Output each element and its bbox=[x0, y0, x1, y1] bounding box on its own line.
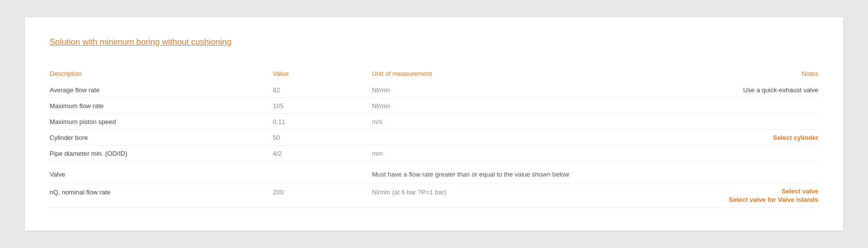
cell-value-5: 4/2 bbox=[273, 149, 372, 158]
cell-value-nq: 200 bbox=[273, 187, 372, 203]
table-header: Description Value Unit of measurement No… bbox=[50, 67, 818, 80]
header-unit: Unit of measurement bbox=[372, 70, 680, 77]
nq-links: Select valve Select valve for Valve isla… bbox=[680, 187, 818, 203]
cell-description-4: Cylinder bore bbox=[50, 133, 273, 142]
valve-row: Valve Must have a flow rate greater than… bbox=[50, 166, 818, 184]
header-value: Value bbox=[273, 70, 372, 77]
cell-value-valve bbox=[273, 170, 372, 179]
cell-value-2: 105 bbox=[273, 101, 372, 111]
nq-row: nQ, nominal flow rate 200 Nl/min (at 6 b… bbox=[50, 184, 818, 208]
cell-value-1: 82 bbox=[273, 85, 372, 95]
cell-value-3: 0,11 bbox=[273, 117, 372, 126]
select-valve-islands-link[interactable]: Select valve for Valve islands bbox=[729, 196, 818, 203]
table-row: Maximum piston speed 0,11 m/s bbox=[50, 114, 818, 130]
cell-note-1: Use a quick-exhaust valve bbox=[680, 85, 818, 95]
cell-unit-4 bbox=[372, 137, 680, 139]
cell-value-4: 50 bbox=[273, 133, 372, 142]
table-row: Maximum flow rate 105 Nl/min bbox=[50, 98, 818, 114]
cell-note-2 bbox=[680, 105, 818, 107]
cell-unit-3: m/s bbox=[372, 117, 680, 126]
cell-description-2: Maximum flow rate bbox=[50, 101, 273, 111]
table-row: Cylinder bore 50 Select cylinder bbox=[50, 130, 818, 146]
select-valve-link[interactable]: Select valve bbox=[782, 187, 818, 195]
header-description: Description bbox=[50, 70, 273, 77]
divider bbox=[50, 162, 818, 166]
cell-unit-2: Nl/min bbox=[372, 101, 680, 111]
select-cylinder-link[interactable]: Select cylinder bbox=[680, 133, 818, 142]
cell-description-3: Maximum piston speed bbox=[50, 117, 273, 126]
cell-note-valve: Must have a flow rate greater than or eq… bbox=[372, 170, 680, 179]
header-notes: Notes bbox=[680, 70, 818, 77]
main-card: Solution with minimum boring without cus… bbox=[25, 17, 843, 231]
table-row: Pipe diameter min. (OD/ID) 4/2 mm bbox=[50, 146, 818, 162]
cell-note-3 bbox=[680, 121, 818, 123]
cell-description-1: Average flow rate bbox=[50, 85, 273, 95]
cell-unit-1: Nl/min bbox=[372, 85, 680, 95]
cell-description-nq: nQ, nominal flow rate bbox=[50, 187, 273, 203]
page-title[interactable]: Solution with minimum boring without cus… bbox=[50, 37, 232, 47]
data-table: Description Value Unit of measurement No… bbox=[50, 67, 818, 208]
cell-note-5 bbox=[680, 153, 818, 155]
cell-description-valve: Valve bbox=[50, 170, 273, 179]
cell-unit-5: mm bbox=[372, 149, 680, 158]
cell-unit-nq: Nl/min (at 6 bar ?P=1 bar) bbox=[372, 187, 680, 203]
cell-description-5: Pipe diameter min. (OD/ID) bbox=[50, 149, 273, 158]
table-row: Average flow rate 82 Nl/min Use a quick-… bbox=[50, 82, 818, 98]
